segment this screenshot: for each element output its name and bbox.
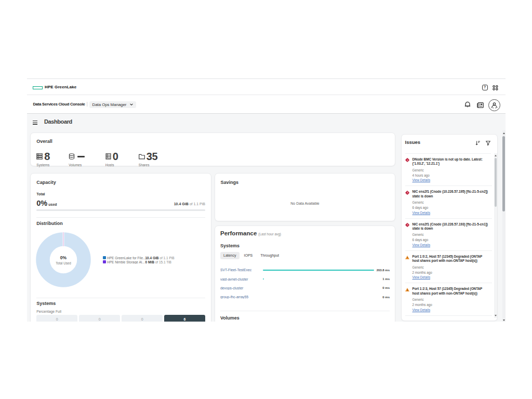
latency-row: devops-cluster 0 ms	[220, 284, 390, 292]
stat-label: Hosts	[105, 163, 139, 167]
stat-icon	[105, 152, 111, 162]
issue-timestamp: 6 days ago	[413, 206, 492, 209]
bar-segment[interactable]: 6	[164, 315, 205, 322]
bar-segment[interactable]: 0	[36, 315, 77, 322]
legend-value: 10.4 GiB of 1.1 PiB	[145, 256, 175, 260]
legend-swatch	[103, 256, 106, 259]
system-link[interactable]: group-fhc-array55	[220, 295, 263, 299]
donut-sublabel: Total Used	[56, 261, 71, 265]
scroll-down-icon[interactable]	[503, 320, 505, 321]
apps-grid-icon[interactable]	[493, 85, 498, 90]
whats-new-icon[interactable]	[477, 102, 484, 108]
view-details-link[interactable]: View Details	[413, 243, 431, 247]
stat-value: —	[76, 156, 85, 157]
divider	[36, 298, 205, 298]
latency-row: vast-avnet-cluster 1 ms	[220, 274, 390, 283]
app-screenshot: HPE GreenLake ? Data Services Cloud Cons…	[27, 78, 506, 322]
stat-item[interactable]: 0 Hosts	[105, 152, 139, 167]
system-link[interactable]: vast-avnet-cluster	[220, 277, 263, 281]
stat-label: Systems	[36, 163, 69, 167]
user-avatar[interactable]	[488, 99, 500, 111]
legend-row: HPE Nimble Storage Al... 0 MiB of 15.1 T…	[103, 260, 147, 264]
brand-bar: HPE GreenLake ?	[27, 79, 506, 95]
page-scroll-thumb[interactable]	[502, 136, 505, 211]
issue-item: NIC ens2f1 (Cnode (10.226.57.193) [ftc-2…	[405, 219, 492, 251]
menu-hamburger-icon[interactable]	[33, 121, 37, 126]
stat-icon	[36, 152, 43, 162]
savings-empty-state: No Data Available	[215, 202, 395, 205]
system-link[interactable]: SVT-Fleet-TestExec	[220, 268, 263, 272]
legend-swatch	[103, 260, 106, 263]
capacity-systems-title: Systems	[36, 301, 56, 306]
donut-percent: 0%	[60, 255, 66, 260]
issues-card: Issues	[401, 134, 498, 321]
latency-value: 203.8 ms	[375, 269, 390, 272]
capacity-card: Capacity Total 0%used 10.4 GiB of 1.1 Pi…	[30, 173, 211, 322]
issue-timestamp: 2 months ago	[413, 303, 492, 307]
filter-icon[interactable]	[486, 141, 490, 145]
latency-bar	[263, 278, 264, 280]
latency-bar-zone	[263, 292, 374, 301]
issue-timestamp: 4 hours ago	[413, 174, 492, 177]
issue-item: Port 1:2:3, Host 57 (12345) Degraded (ON…	[405, 283, 492, 315]
view-details-link[interactable]: View Details	[413, 308, 431, 312]
latency-row: SVT-Fleet-TestExec 203.8 ms	[220, 265, 390, 274]
systems-percentage-full-bar: 0006	[36, 315, 205, 322]
console-bar: Data Services Cloud Console | Data Ops M…	[27, 95, 506, 114]
chevron-down-icon	[130, 103, 133, 105]
app-selector-dropdown[interactable]: Data Ops Manager	[89, 101, 137, 109]
view-details-link[interactable]: View Details	[413, 178, 431, 182]
stat-item[interactable]: 8 Systems	[36, 152, 69, 167]
app-selector-label: Data Ops Manager	[92, 102, 127, 107]
bar-segment[interactable]: 0	[79, 315, 120, 322]
console-title: Data Services Cloud Console	[33, 95, 85, 113]
issues-scroll-thumb[interactable]	[495, 158, 497, 207]
latency-bar	[263, 270, 374, 271]
capacity-used: 0%used	[36, 198, 57, 208]
canvas: HPE GreenLake ? Data Services Cloud Cons…	[0, 0, 532, 399]
latency-value: 1 ms	[375, 277, 390, 281]
stat-value: 0	[113, 151, 118, 163]
performance-systems-title: Systems	[220, 243, 240, 248]
sort-icon[interactable]	[475, 141, 480, 145]
capacity-title: Capacity	[36, 180, 56, 185]
capacity-progress-bar	[36, 209, 205, 211]
scroll-up-icon[interactable]	[495, 155, 497, 156]
performance-tabs: LatencyIOPSThroughput	[220, 252, 284, 259]
latency-bar-zone	[263, 265, 374, 274]
capacity-donut-chart: 0% Total Used	[36, 232, 91, 287]
performance-tab[interactable]: IOPS	[241, 252, 256, 259]
legend-row: HPE GreenLake for File... 10.4 GiB of 1.…	[103, 256, 147, 260]
scroll-down-icon[interactable]	[495, 315, 497, 316]
performance-tab[interactable]: Throughput	[257, 252, 282, 259]
stat-item[interactable]: 35 Shares	[139, 152, 158, 167]
view-details-link[interactable]: View Details	[413, 211, 431, 215]
console-separator: |	[87, 95, 88, 113]
help-icon[interactable]: ?	[482, 85, 488, 90]
distribution-legend: HPE GreenLake for File... 10.4 GiB of 1.…	[103, 256, 147, 264]
stat-label: Volumes	[69, 163, 105, 167]
person-icon	[491, 102, 498, 109]
issues-scrollbar[interactable]	[494, 153, 497, 318]
stat-item[interactable]: — Volumes	[69, 152, 105, 167]
scroll-up-icon[interactable]	[503, 132, 505, 134]
stat-icon	[69, 152, 75, 162]
divider	[220, 311, 390, 311]
issue-item: Port 1:0:2, Host 57 (12345) Degraded (ON…	[405, 251, 492, 283]
notifications-bell-icon[interactable]	[464, 101, 471, 108]
performance-tab[interactable]: Latency	[220, 252, 240, 259]
overall-stats: 8 Systems — Volumes	[36, 152, 157, 167]
performance-volumes-title: Volumes	[220, 315, 240, 321]
issue-item: NIC ens2f1 (Cnode (10.226.57.195) [ftc-2…	[405, 186, 492, 218]
bar-segment[interactable]: 0	[122, 315, 163, 322]
savings-card: Savings No Data Available	[215, 173, 395, 221]
latency-value: 0 ms	[375, 296, 390, 299]
page-scrollbar[interactable]	[502, 130, 506, 322]
issues-header-actions	[475, 141, 490, 145]
performance-title: Performance(Last hour avg)	[220, 230, 281, 236]
issue-title: NIC ens2f1 (Cnode (10.226.57.193) [ftc-2…	[413, 222, 489, 231]
issues-title: Issues	[405, 139, 421, 145]
percentage-full-label: Percentage Full	[36, 310, 61, 313]
system-link[interactable]: devops-cluster	[220, 286, 263, 290]
view-details-link[interactable]: View Details	[413, 275, 431, 280]
